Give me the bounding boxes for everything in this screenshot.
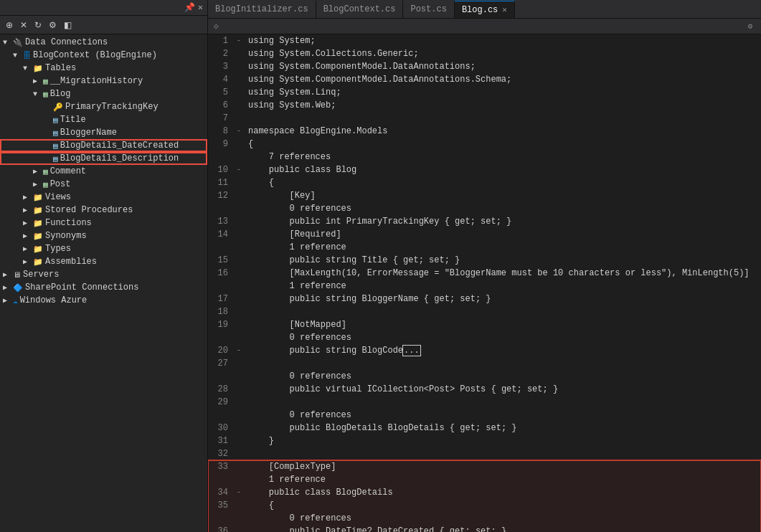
refresh-btn[interactable]: ↻ — [32, 19, 44, 32]
tree-icon: 📁 — [33, 257, 43, 267]
tree-item-blogdetails-description-col[interactable]: ▤ BlogDetails_Description — [0, 152, 207, 165]
tree-item-functions[interactable]: ▶ 📁 Functions — [0, 217, 207, 229]
tree-item-title-col[interactable]: ▤ Title — [0, 113, 207, 126]
code-line: 5 using System.Linq; — [208, 86, 761, 99]
tab-blogcontext[interactable]: BlogContext.cs — [316, 1, 404, 18]
line-collapse[interactable]: - — [237, 344, 247, 357]
tree-item-assemblies[interactable]: ▶ 📁 Assemblies — [0, 255, 207, 268]
line-number: 31 — [208, 434, 237, 447]
tree-arrow[interactable]: ▶ — [33, 77, 43, 85]
filter-btn[interactable]: ⚙ — [46, 19, 60, 32]
line-number: 9 — [208, 138, 237, 151]
line-code: using System.ComponentModel.DataAnnotati… — [247, 60, 761, 73]
tree-icon: ☁ — [13, 296, 18, 305]
tree-item-sharepoint-connections[interactable]: ▶ 🔷 SharePoint Connections — [0, 281, 207, 294]
tree-arrow[interactable]: ▶ — [33, 180, 43, 189]
line-code: 1 reference — [247, 280, 761, 293]
code-line: 1 reference — [208, 280, 761, 293]
line-collapse[interactable]: - — [237, 34, 247, 47]
code-line: 16 [MaxLength(10, ErrorMessage = "Blogge… — [208, 267, 761, 280]
code-line: 27 — [208, 357, 761, 370]
tree-label: BlogContext (BlogEngine) — [33, 50, 157, 60]
code-line: 34 - public class BlogDetails — [208, 486, 761, 499]
close-icon[interactable]: ✕ — [198, 2, 203, 13]
tree-arrow[interactable]: ▶ — [3, 283, 13, 292]
tree-item-blog-context[interactable]: ▼ 🗄 BlogContext (BlogEngine) — [0, 49, 207, 62]
tree-item-blogger-name-col[interactable]: ▤ BloggerName — [0, 126, 207, 139]
code-line: 0 references — [208, 331, 761, 344]
tree-arrow[interactable]: ▶ — [23, 232, 33, 240]
tree-arrow[interactable]: ▶ — [23, 193, 33, 201]
line-code: public class Blog — [247, 163, 761, 176]
tree-arrow[interactable]: ▶ — [3, 296, 13, 305]
breadcrumb-right-icon: ⚙ — [747, 22, 752, 31]
tree-label: Title — [60, 115, 86, 125]
tree-label: Windows Azure — [20, 295, 88, 305]
tree-item-views[interactable]: ▶ 📁 Views — [0, 191, 207, 204]
tree-arrow[interactable]: ▶ — [3, 270, 13, 279]
code-line: 31 } — [208, 434, 761, 447]
tree-item-servers[interactable]: ▶ 🖥 Servers — [0, 268, 207, 281]
tree-label: PrimaryTrackingKey — [65, 102, 159, 112]
tree-icon: 📁 — [33, 232, 43, 241]
tree-icon: 🔌 — [13, 38, 23, 47]
tree-icon: 🖥 — [13, 270, 21, 280]
properties-btn[interactable]: ◧ — [61, 19, 75, 32]
tree-item-primary-tracking-key[interactable]: 🔑 PrimaryTrackingKey — [0, 100, 207, 113]
breadcrumb-icon: ◇ — [214, 22, 219, 31]
code-line: 20 - public string BlogCode... — [208, 344, 761, 357]
line-collapse[interactable]: - — [237, 486, 247, 499]
tree-item-comment[interactable]: ▶ ▦ Comment — [0, 165, 207, 178]
tree-icon: ▤ — [53, 141, 58, 151]
line-code: using System.Collections.Generic; — [247, 47, 761, 60]
tab-label: Post.cs — [410, 4, 446, 14]
tree-item-stored-procedures[interactable]: ▶ 📁 Stored Procedures — [0, 204, 207, 217]
tab-post[interactable]: Post.cs — [403, 1, 454, 18]
pin-icon[interactable]: 📌 — [184, 2, 195, 13]
line-number: 33 — [208, 460, 237, 473]
code-line: 14 [Required] — [208, 228, 761, 241]
line-code: [Required] — [247, 228, 761, 241]
tab-close-btn[interactable]: ✕ — [502, 5, 507, 14]
line-code: 0 references — [247, 512, 761, 525]
line-number: 17 — [208, 293, 237, 305]
tree-arrow[interactable]: ▼ — [23, 65, 33, 72]
code-line: 33 [ComplexType] — [208, 460, 761, 473]
tree-arrow[interactable]: ▶ — [23, 244, 33, 253]
remove-btn[interactable]: ✕ — [17, 19, 30, 32]
tab-blog-cs[interactable]: Blog.cs✕ — [455, 1, 515, 18]
tree-icon: ▦ — [43, 180, 48, 189]
code-line: 0 references — [208, 202, 761, 215]
code-line: 13 public int PrimaryTrackingKey { get; … — [208, 215, 761, 228]
tree-arrow[interactable]: ▶ — [33, 167, 43, 176]
line-number: 18 — [208, 305, 237, 318]
line-collapse[interactable]: - — [237, 163, 247, 176]
tree-arrow[interactable]: ▶ — [23, 219, 33, 227]
code-line: 29 — [208, 396, 761, 409]
tree-arrow[interactable]: ▼ — [13, 52, 23, 60]
tree-label: Types — [45, 244, 71, 254]
tree-item-blog[interactable]: ▼ ▦ Blog — [0, 87, 207, 100]
tree-item-synonyms[interactable]: ▶ 📁 Synonyms — [0, 229, 207, 242]
line-number: 34 — [208, 486, 237, 499]
tree-arrow[interactable]: ▶ — [23, 257, 33, 266]
tree-arrow[interactable]: ▼ — [33, 90, 43, 98]
tab-bloginitializer[interactable]: BlogInitializer.cs — [208, 1, 316, 18]
tree-label: BloggerName — [60, 128, 117, 138]
tree-item-windows-azure[interactable]: ▶ ☁ Windows Azure — [0, 294, 207, 307]
tree-icon: 📁 — [33, 244, 43, 254]
line-number: 2 — [208, 47, 237, 60]
tree-arrow[interactable]: ▼ — [3, 39, 13, 47]
tree-item-tables[interactable]: ▼ 📁 Tables — [0, 62, 207, 75]
code-content[interactable]: 1 - using System; 2 using System.Collect… — [208, 34, 761, 532]
tree-item-post[interactable]: ▶ ▦ Post — [0, 178, 207, 191]
line-collapse[interactable]: - — [237, 125, 247, 138]
tree-item-migration-history[interactable]: ▶ ▦ __MigrationHistory — [0, 75, 207, 87]
tree-icon: 📁 — [33, 219, 43, 228]
tree-item-data-connections[interactable]: ▼ 🔌 Data Connections — [0, 36, 207, 49]
tree-item-types[interactable]: ▶ 📁 Types — [0, 242, 207, 255]
add-connection-btn[interactable]: ⊕ — [3, 19, 16, 32]
line-number: 6 — [208, 99, 237, 112]
tree-item-blogdetails-datecreated-col[interactable]: ▤ BlogDetails_DateCreated — [0, 139, 207, 152]
tree-arrow[interactable]: ▶ — [23, 206, 33, 214]
